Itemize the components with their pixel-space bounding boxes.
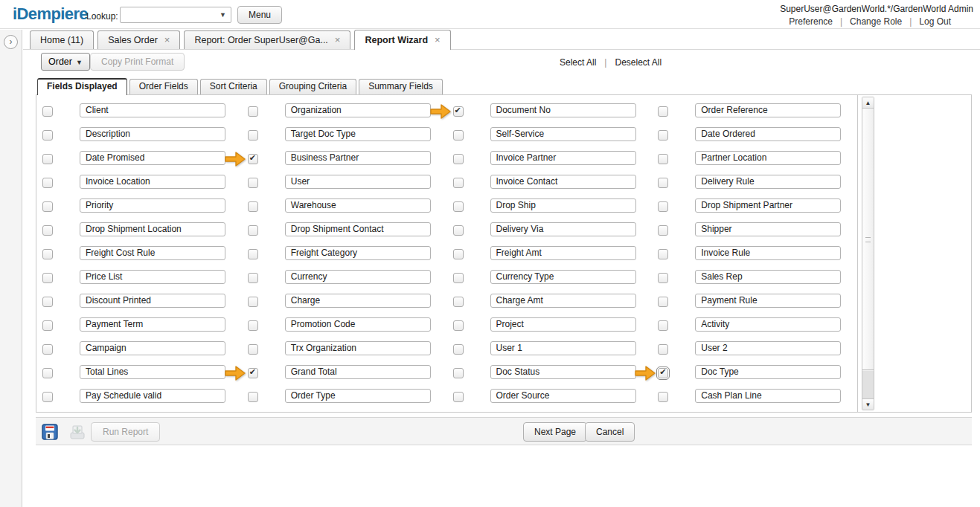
scroll-down-button[interactable]: ▼ <box>862 398 874 410</box>
field-checkbox-freight-category[interactable] <box>248 249 258 259</box>
tab-sales-order[interactable]: Sales Order× <box>97 30 180 49</box>
field-checkbox-doc-type[interactable] <box>658 368 668 378</box>
field-checkbox-invoice-rule[interactable] <box>658 249 668 259</box>
field-label-box-user-2[interactable]: User 2 <box>695 341 841 355</box>
field-label-box-priority[interactable]: Priority <box>80 198 225 213</box>
preference-link[interactable]: Preference <box>781 16 840 27</box>
tab-close-icon[interactable]: × <box>435 36 441 44</box>
field-label-box-user-1[interactable]: User 1 <box>490 341 636 355</box>
chevron-down-icon[interactable]: ▼ <box>220 11 226 19</box>
field-label-box-drop-ship[interactable]: Drop Ship <box>490 198 636 213</box>
field-label-box-project[interactable]: Project <box>490 317 636 332</box>
subtab-sort-criteria[interactable]: Sort Criteria <box>200 79 267 94</box>
tab-home-11[interactable]: Home (11) <box>30 30 94 49</box>
field-label-box-activity[interactable]: Activity <box>695 317 841 332</box>
save-icon[interactable] <box>41 423 59 441</box>
field-label-box-delivery-via[interactable]: Delivery Via <box>490 222 636 236</box>
field-label-box-partner-location[interactable]: Partner Location <box>695 151 841 165</box>
field-checkbox-invoice-location[interactable] <box>42 178 53 188</box>
field-checkbox-user[interactable] <box>248 178 258 188</box>
scrollbar-track-rest[interactable] <box>862 371 874 398</box>
field-checkbox-pay-schedule-valid[interactable] <box>42 392 53 402</box>
field-checkbox-date-ordered[interactable] <box>658 130 668 141</box>
field-label-box-promotion-code[interactable]: Promotion Code <box>285 317 431 332</box>
field-checkbox-priority[interactable] <box>42 201 53 212</box>
field-checkbox-doc-status[interactable] <box>453 368 464 378</box>
field-checkbox-user-1[interactable] <box>453 344 464 355</box>
scrollbar-thumb[interactable] <box>862 109 874 370</box>
field-checkbox-order-reference[interactable] <box>658 106 668 117</box>
run-report-button[interactable]: Run Report <box>91 422 160 442</box>
log-out-link[interactable]: Log Out <box>912 16 958 27</box>
field-checkbox-promotion-code[interactable] <box>248 320 258 331</box>
field-label-box-invoice-rule[interactable]: Invoice Rule <box>695 246 841 260</box>
field-label-box-document-no[interactable]: Document No <box>490 103 636 117</box>
field-checkbox-order-source[interactable] <box>453 392 464 402</box>
field-label-box-total-lines[interactable]: Total Lines <box>80 365 225 379</box>
subtab-grouping-criteria[interactable]: Grouping Criteria <box>269 79 356 94</box>
field-label-box-drop-shipment-location[interactable]: Drop Shipment Location <box>80 222 225 236</box>
subtab-order-fields[interactable]: Order Fields <box>129 79 198 94</box>
field-label-box-target-doc-type[interactable]: Target Doc Type <box>285 127 431 141</box>
field-label-box-sales-rep[interactable]: Sales Rep <box>695 270 841 284</box>
field-checkbox-user-2[interactable] <box>658 344 668 355</box>
field-checkbox-self-service[interactable] <box>453 130 464 141</box>
field-checkbox-activity[interactable] <box>658 320 668 331</box>
field-label-box-currency[interactable]: Currency <box>285 270 431 284</box>
export-report-icon[interactable] <box>68 423 86 441</box>
field-label-box-freight-amt[interactable]: Freight Amt <box>490 246 636 260</box>
field-label-box-payment-rule[interactable]: Payment Rule <box>695 294 841 308</box>
tab-close-icon[interactable]: × <box>164 36 170 44</box>
tab-close-icon[interactable]: × <box>335 36 341 44</box>
field-label-box-doc-type[interactable]: Doc Type <box>695 365 841 379</box>
tab-report-wizard[interactable]: Report Wizard× <box>354 30 450 50</box>
field-checkbox-payment-term[interactable] <box>42 320 53 331</box>
field-checkbox-campaign[interactable] <box>42 344 53 355</box>
next-page-button[interactable]: Next Page <box>523 422 587 442</box>
field-checkbox-partner-location[interactable] <box>658 154 668 164</box>
field-checkbox-payment-rule[interactable] <box>658 297 668 307</box>
menu-button[interactable]: Menu <box>237 6 282 24</box>
vertical-scrollbar[interactable]: ▲ ▼ <box>862 97 874 410</box>
field-label-box-invoice-partner[interactable]: Invoice Partner <box>490 151 636 165</box>
field-checkbox-drop-shipment-partner[interactable] <box>658 201 668 212</box>
field-checkbox-invoice-contact[interactable] <box>453 178 464 188</box>
field-label-box-campaign[interactable]: Campaign <box>80 341 225 355</box>
field-checkbox-currency[interactable] <box>248 273 258 283</box>
field-checkbox-drop-ship[interactable] <box>453 201 464 212</box>
field-label-box-pay-schedule-valid[interactable]: Pay Schedule valid <box>80 389 225 403</box>
field-label-box-charge-amt[interactable]: Charge Amt <box>490 294 636 308</box>
field-checkbox-organization[interactable] <box>248 106 258 117</box>
field-label-box-charge[interactable]: Charge <box>285 294 431 308</box>
field-checkbox-client[interactable] <box>42 106 53 117</box>
field-label-box-delivery-rule[interactable]: Delivery Rule <box>695 175 841 189</box>
field-checkbox-target-doc-type[interactable] <box>248 130 258 141</box>
field-checkbox-delivery-via[interactable] <box>453 225 464 236</box>
field-label-box-order-source[interactable]: Order Source <box>490 389 636 403</box>
expand-sidebar-button[interactable]: › <box>4 35 18 49</box>
subtab-fields-displayed[interactable]: Fields Displayed <box>37 78 127 95</box>
field-label-box-drop-shipment-contact[interactable]: Drop Shipment Contact <box>285 222 431 236</box>
field-label-box-drop-shipment-partner[interactable]: Drop Shipment Partner <box>695 198 841 213</box>
field-checkbox-project[interactable] <box>453 320 464 331</box>
lookup-combobox[interactable]: ▼ <box>120 7 231 23</box>
field-label-box-freight-cost-rule[interactable]: Freight Cost Rule <box>80 246 225 260</box>
field-checkbox-drop-shipment-location[interactable] <box>42 225 53 236</box>
field-label-box-order-reference[interactable]: Order Reference <box>695 103 841 117</box>
field-label-box-client[interactable]: Client <box>80 103 225 117</box>
field-label-box-organization[interactable]: Organization <box>285 103 431 117</box>
field-checkbox-business-partner[interactable] <box>248 154 258 164</box>
field-checkbox-order-type[interactable] <box>248 392 258 402</box>
field-checkbox-sales-rep[interactable] <box>658 273 668 283</box>
field-label-box-price-list[interactable]: Price List <box>80 270 225 284</box>
scrollbar-track[interactable] <box>862 109 874 398</box>
entity-selector-button[interactable]: Order▼ <box>41 53 90 71</box>
field-checkbox-currency-type[interactable] <box>453 273 464 283</box>
field-checkbox-warehouse[interactable] <box>248 201 258 212</box>
field-label-box-currency-type[interactable]: Currency Type <box>490 270 636 284</box>
field-label-box-invoice-location[interactable]: Invoice Location <box>80 175 225 189</box>
field-label-box-discount-printed[interactable]: Discount Printed <box>80 294 225 308</box>
field-checkbox-date-promised[interactable] <box>42 154 53 164</box>
field-label-box-payment-term[interactable]: Payment Term <box>80 317 225 332</box>
copy-print-format-button[interactable]: Copy Print Format <box>90 53 185 71</box>
